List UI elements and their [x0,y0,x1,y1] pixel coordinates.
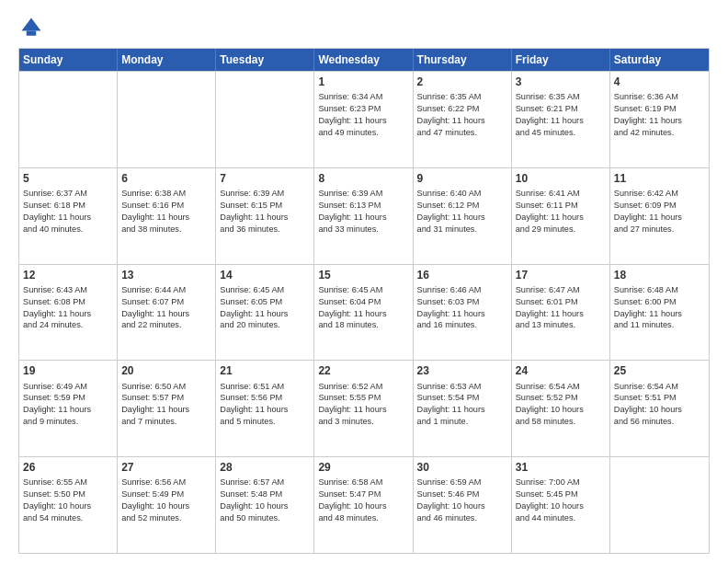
day-number: 9 [417,171,507,186]
cell-info: Sunrise: 6:37 AM Sunset: 6:18 PM Dayligh… [23,188,113,236]
weekday-header: Saturday [610,49,709,71]
weekday-header: Friday [512,49,610,71]
day-number: 28 [220,460,310,475]
calendar-cell: 4Sunrise: 6:36 AM Sunset: 6:19 PM Daylig… [610,72,709,167]
cell-info: Sunrise: 6:34 AM Sunset: 6:23 PM Dayligh… [318,91,408,139]
calendar-cell: 26Sunrise: 6:55 AM Sunset: 5:50 PM Dayli… [19,457,118,553]
cell-info: Sunrise: 6:54 AM Sunset: 5:51 PM Dayligh… [614,381,705,429]
day-number: 14 [220,268,310,282]
calendar-cell: 29Sunrise: 6:58 AM Sunset: 5:47 PM Dayli… [314,457,413,553]
calendar-cell: 9Sunrise: 6:40 AM Sunset: 6:12 PM Daylig… [414,168,512,264]
calendar-cell: 30Sunrise: 6:59 AM Sunset: 5:46 PM Dayli… [414,457,512,553]
day-number: 27 [121,460,211,475]
calendar-week-row: 5Sunrise: 6:37 AM Sunset: 6:18 PM Daylig… [19,167,709,264]
day-number: 19 [23,363,113,378]
calendar-cell: 10Sunrise: 6:41 AM Sunset: 6:11 PM Dayli… [512,168,610,264]
cell-info: Sunrise: 6:50 AM Sunset: 5:57 PM Dayligh… [121,381,211,429]
calendar-cell: 23Sunrise: 6:53 AM Sunset: 5:54 PM Dayli… [414,361,512,456]
cell-info: Sunrise: 6:56 AM Sunset: 5:49 PM Dayligh… [121,477,211,524]
calendar-cell: 1Sunrise: 6:34 AM Sunset: 6:23 PM Daylig… [314,72,413,167]
day-number: 25 [614,363,705,378]
day-number: 6 [121,171,211,186]
cell-info: Sunrise: 6:46 AM Sunset: 6:03 PM Dayligh… [417,284,507,332]
day-number: 16 [417,268,507,282]
day-number: 5 [23,171,113,186]
day-number: 18 [614,268,705,282]
weekday-header: Tuesday [216,49,314,71]
day-number: 17 [516,268,606,282]
day-number: 12 [23,268,113,282]
page-container: SundayMondayTuesdayWednesdayThursdayFrid… [0,0,728,563]
day-number: 4 [614,75,705,89]
day-number: 20 [121,363,211,378]
day-number: 15 [318,268,408,282]
svg-marker-0 [22,18,41,31]
day-number: 23 [417,363,507,378]
cell-info: Sunrise: 6:48 AM Sunset: 6:00 PM Dayligh… [614,284,705,332]
calendar-cell: 12Sunrise: 6:43 AM Sunset: 6:08 PM Dayli… [19,265,118,361]
cell-info: Sunrise: 6:59 AM Sunset: 5:46 PM Dayligh… [417,477,507,524]
day-number: 3 [516,75,606,89]
cell-info: Sunrise: 6:54 AM Sunset: 5:52 PM Dayligh… [516,381,606,429]
cell-info: Sunrise: 6:38 AM Sunset: 6:16 PM Dayligh… [121,188,211,236]
calendar-cell: 16Sunrise: 6:46 AM Sunset: 6:03 PM Dayli… [414,265,512,361]
calendar-cell: 27Sunrise: 6:56 AM Sunset: 5:49 PM Dayli… [118,457,216,553]
weekday-header: Wednesday [314,49,413,71]
calendar-cell: 17Sunrise: 6:47 AM Sunset: 6:01 PM Dayli… [512,265,610,361]
cell-info: Sunrise: 6:43 AM Sunset: 6:08 PM Dayligh… [23,284,113,332]
weekday-header: Monday [118,49,216,71]
svg-rect-1 [27,31,37,36]
calendar-week-row: 26Sunrise: 6:55 AM Sunset: 5:50 PM Dayli… [19,456,709,553]
cell-info: Sunrise: 6:53 AM Sunset: 5:54 PM Dayligh… [417,381,507,429]
calendar-cell: 24Sunrise: 6:54 AM Sunset: 5:52 PM Dayli… [512,361,610,456]
day-number: 13 [121,268,211,282]
cell-info: Sunrise: 6:57 AM Sunset: 5:48 PM Dayligh… [220,477,310,524]
calendar-cell: 28Sunrise: 6:57 AM Sunset: 5:48 PM Dayli… [216,457,314,553]
day-number: 1 [318,75,408,89]
cell-info: Sunrise: 6:40 AM Sunset: 6:12 PM Dayligh… [417,188,507,236]
calendar-week-row: 1Sunrise: 6:34 AM Sunset: 6:23 PM Daylig… [19,71,709,167]
cell-info: Sunrise: 6:52 AM Sunset: 5:55 PM Dayligh… [318,381,408,429]
calendar-cell: 15Sunrise: 6:45 AM Sunset: 6:04 PM Dayli… [314,265,413,361]
calendar-cell: 31Sunrise: 7:00 AM Sunset: 5:45 PM Dayli… [512,457,610,553]
calendar-cell [19,72,118,167]
calendar-cell: 8Sunrise: 6:39 AM Sunset: 6:13 PM Daylig… [314,168,413,264]
day-number: 30 [417,460,507,475]
day-number: 2 [417,75,507,89]
calendar-cell: 13Sunrise: 6:44 AM Sunset: 6:07 PM Dayli… [118,265,216,361]
day-number: 31 [516,460,606,475]
calendar-cell: 14Sunrise: 6:45 AM Sunset: 6:05 PM Dayli… [216,265,314,361]
calendar-header: SundayMondayTuesdayWednesdayThursdayFrid… [19,49,709,71]
calendar-week-row: 19Sunrise: 6:49 AM Sunset: 5:59 PM Dayli… [19,360,709,456]
cell-info: Sunrise: 6:49 AM Sunset: 5:59 PM Dayligh… [23,381,113,429]
calendar-body: 1Sunrise: 6:34 AM Sunset: 6:23 PM Daylig… [19,71,709,553]
day-number: 26 [23,460,113,475]
cell-info: Sunrise: 6:55 AM Sunset: 5:50 PM Dayligh… [23,477,113,524]
calendar-cell: 11Sunrise: 6:42 AM Sunset: 6:09 PM Dayli… [610,168,709,264]
calendar-cell: 18Sunrise: 6:48 AM Sunset: 6:00 PM Dayli… [610,265,709,361]
cell-info: Sunrise: 6:47 AM Sunset: 6:01 PM Dayligh… [516,284,606,332]
day-number: 29 [318,460,408,475]
day-number: 22 [318,363,408,378]
calendar-cell [610,457,709,553]
calendar-cell: 25Sunrise: 6:54 AM Sunset: 5:51 PM Dayli… [610,361,709,456]
weekday-header: Thursday [414,49,512,71]
cell-info: Sunrise: 6:39 AM Sunset: 6:15 PM Dayligh… [220,188,310,236]
cell-info: Sunrise: 6:36 AM Sunset: 6:19 PM Dayligh… [614,91,705,139]
cell-info: Sunrise: 6:45 AM Sunset: 6:05 PM Dayligh… [220,284,310,332]
cell-info: Sunrise: 6:35 AM Sunset: 6:21 PM Dayligh… [516,91,606,139]
logo-icon [18,15,44,40]
calendar-cell: 20Sunrise: 6:50 AM Sunset: 5:57 PM Dayli… [118,361,216,456]
cell-info: Sunrise: 6:58 AM Sunset: 5:47 PM Dayligh… [318,477,408,524]
header [18,15,710,40]
cell-info: Sunrise: 6:41 AM Sunset: 6:11 PM Dayligh… [516,188,606,236]
calendar: SundayMondayTuesdayWednesdayThursdayFrid… [18,48,710,554]
cell-info: Sunrise: 7:00 AM Sunset: 5:45 PM Dayligh… [516,477,606,524]
calendar-cell: 3Sunrise: 6:35 AM Sunset: 6:21 PM Daylig… [512,72,610,167]
cell-info: Sunrise: 6:42 AM Sunset: 6:09 PM Dayligh… [614,188,705,236]
day-number: 11 [614,171,705,186]
calendar-cell [216,72,314,167]
cell-info: Sunrise: 6:51 AM Sunset: 5:56 PM Dayligh… [220,381,310,429]
calendar-cell: 5Sunrise: 6:37 AM Sunset: 6:18 PM Daylig… [19,168,118,264]
day-number: 21 [220,363,310,378]
